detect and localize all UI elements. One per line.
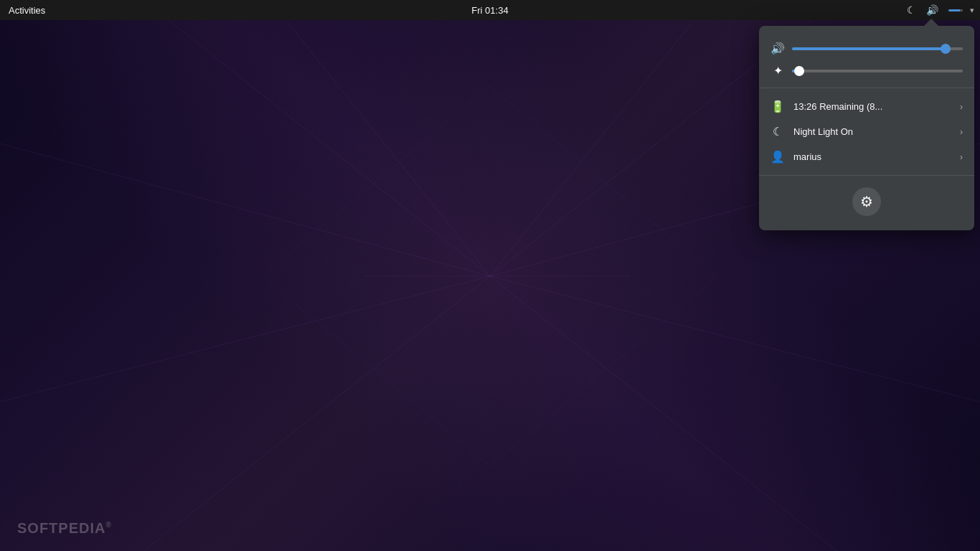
user-menu-arrow: › [960, 152, 963, 162]
user-menu-item[interactable]: 👤 marius › [759, 144, 974, 169]
brightness-fill [792, 70, 799, 72]
svg-line-5 [490, 22, 693, 276]
topbar: Activities Fri 01:34 ☾ 🔊 ▾ [0, 0, 980, 20]
battery-indicator [948, 9, 963, 11]
settings-button[interactable]: ⚙ [852, 187, 881, 216]
volume-thumb [941, 44, 951, 54]
system-menu-toggle[interactable]: ▾ [970, 6, 974, 15]
battery-menu-arrow: › [960, 102, 963, 112]
svg-line-1 [143, 0, 490, 276]
night-light-topbar-icon[interactable]: ☾ [904, 3, 919, 17]
battery-topbar-icon[interactable] [946, 8, 966, 13]
night-light-menu-arrow: › [960, 127, 963, 137]
night-light-menu-icon: ☾ [771, 125, 785, 138]
svg-line-2 [287, 22, 490, 276]
topbar-right: ☾ 🔊 ▾ [904, 3, 974, 17]
topbar-clock: Fri 01:34 [471, 5, 508, 16]
settings-icon: ⚙ [860, 193, 873, 210]
night-light-menu-item[interactable]: ☾ Night Light On › [759, 119, 974, 144]
volume-fill [792, 47, 946, 50]
volume-icon: 🔊 [771, 42, 785, 55]
settings-row: ⚙ [759, 182, 974, 219]
battery-menu-label: 13:26 Remaining (8... [793, 101, 951, 112]
volume-topbar-icon[interactable]: 🔊 [923, 3, 941, 17]
softpedia-watermark: SOFTPEDIA® [17, 520, 112, 537]
svg-line-7 [143, 276, 490, 551]
svg-line-8 [490, 276, 980, 402]
battery-menu-item[interactable]: 🔋 13:26 Remaining (8... › [759, 94, 974, 119]
svg-line-9 [490, 276, 837, 551]
user-menu-icon: 👤 [771, 150, 785, 164]
volume-slider-row: 🔊 [759, 37, 974, 60]
svg-line-6 [0, 276, 490, 402]
topbar-left: Activities [6, 5, 48, 16]
separator-2 [759, 175, 974, 176]
user-menu-label: marius [793, 151, 951, 162]
activities-button[interactable]: Activities [6, 5, 48, 16]
volume-track[interactable] [792, 47, 963, 50]
brightness-icon: ✦ [771, 64, 785, 77]
svg-line-0 [0, 143, 490, 276]
brightness-slider-row: ✦ [759, 60, 974, 82]
system-menu-popup: 🔊 ✦ 🔋 13:26 Remaining (8... › ☾ Night Li… [759, 26, 974, 230]
separator-1 [759, 88, 974, 88]
brightness-track[interactable] [792, 70, 963, 72]
brightness-thumb [794, 66, 804, 76]
night-light-menu-label: Night Light On [793, 126, 951, 137]
battery-menu-icon: 🔋 [771, 100, 785, 113]
